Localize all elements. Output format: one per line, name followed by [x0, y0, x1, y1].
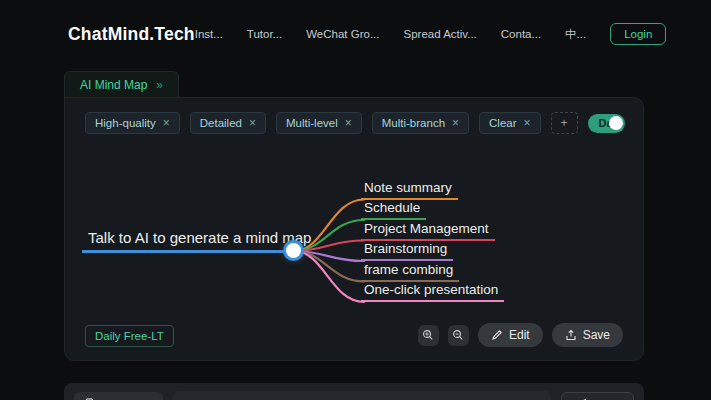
save-icon — [565, 329, 577, 341]
pencil-icon — [491, 329, 503, 341]
mindmap-canvas[interactable]: Talk to AI to generate a mind map Note s… — [65, 98, 643, 360]
tab-label: AI Mind Map — [80, 78, 147, 92]
mindmap-branch-node[interactable]: Brainstorming — [361, 241, 453, 261]
nav-item[interactable]: Spread Activ... — [404, 28, 477, 40]
send-button[interactable]: Send — [561, 392, 634, 400]
panel-controls: Edit Save — [418, 323, 623, 347]
nav-item[interactable]: WeChat Gro... — [306, 28, 379, 40]
nav-item[interactable]: Tutor... — [247, 28, 282, 40]
mindmap-panel: High-quality×Detailed×Multi-level×Multi-… — [64, 97, 644, 361]
mindmap-branch-node[interactable]: Note summary — [361, 180, 458, 200]
app-logo[interactable]: ChatMind.Tech — [68, 24, 195, 45]
mindmap-center-dot[interactable] — [286, 243, 301, 258]
zoom-in-icon — [422, 329, 434, 341]
tab-ai-mind-map[interactable]: AI Mind Map » — [64, 71, 179, 99]
mindmap-branch-node[interactable]: Schedule — [361, 200, 426, 220]
template-button[interactable]: Template — [74, 392, 163, 400]
mindmap-root-node[interactable]: Talk to AI to generate a mind map — [82, 229, 294, 253]
save-button[interactable]: Save — [552, 323, 623, 347]
zoom-out-button[interactable] — [448, 325, 469, 346]
prompt-bar: Template Send — [64, 383, 644, 400]
login-button[interactable]: Login — [610, 23, 666, 45]
edit-button[interactable]: Edit — [478, 323, 543, 347]
nav-item[interactable]: Inst... — [195, 28, 223, 40]
save-button-label: Save — [583, 328, 610, 342]
nav-item[interactable]: 中... — [565, 27, 586, 42]
header: ChatMind.Tech Inst...Tutor...WeChat Gro.… — [0, 0, 711, 62]
edit-button-label: Edit — [509, 328, 530, 342]
chevron-right-icon: » — [156, 78, 163, 92]
nav-items: Inst...Tutor...WeChat Gro...Spread Activ… — [195, 27, 586, 42]
nav-item[interactable]: Conta... — [501, 28, 541, 40]
zoom-in-button[interactable] — [418, 325, 439, 346]
prompt-input[interactable] — [173, 391, 552, 400]
daily-free-badge[interactable]: Daily Free-LT — [85, 325, 174, 347]
branch-curve — [294, 251, 364, 302]
mindmap-branch-node[interactable]: Project Management — [361, 221, 495, 241]
mindmap-branch-node[interactable]: frame combing — [361, 262, 459, 282]
zoom-out-icon — [452, 329, 464, 341]
mindmap-branch-node[interactable]: One-click presentation — [361, 282, 504, 302]
